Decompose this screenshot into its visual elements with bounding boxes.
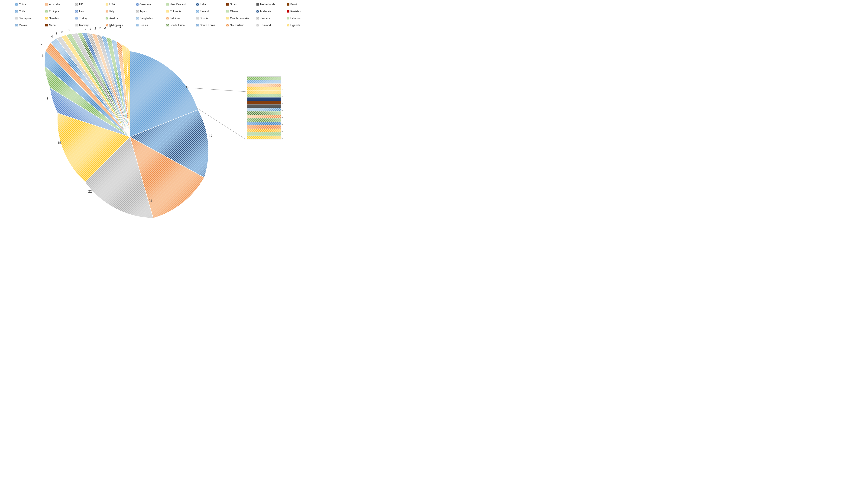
legend-label-malawi: Malawi (19, 24, 27, 27)
legend-label-bangladesh: Bangladesh (140, 17, 154, 20)
legend-label-norway: Norway (79, 24, 89, 27)
legend-label-nepal: Nepal (49, 24, 56, 27)
legend-label-spain: Spain (230, 3, 237, 6)
legend-swatch-philippines (105, 24, 108, 27)
legend-label-jamaica: Jamaica (260, 17, 271, 20)
legend-label-austria: Austria (109, 17, 118, 20)
legend-swatch-malawi (15, 24, 18, 27)
bar-row-12 (247, 115, 281, 118)
pie-label-australia: 24 (149, 199, 152, 202)
legend-swatch-japan (136, 10, 138, 12)
legend-swatch-bangladesh (136, 17, 138, 20)
legend-label-czechoslovakia: Czechoslovakia (230, 17, 249, 20)
legend-label-malaysia: Malaysia (260, 10, 271, 13)
pie-label-misc2-val: 2 (120, 25, 121, 28)
bar-row-1 (247, 76, 281, 80)
legend-label-belgium: Belgium (169, 17, 180, 20)
pie-label-bangladesh: 4 (51, 35, 53, 38)
legend-label-china: China (19, 3, 26, 6)
legend-label-southkorea: South Korea (200, 24, 215, 27)
legend-label-finland: Finland (200, 10, 209, 13)
legend-swatch-usa (105, 3, 108, 6)
pie-label-uk: 22 (88, 190, 92, 193)
pie-label-philippines: 6 (41, 43, 42, 46)
pie-label-india: 17 (209, 134, 213, 138)
bar-row-7 (247, 97, 281, 101)
pie-label-southafrica-val: 2 (85, 27, 86, 31)
legend-label-chile: Chile (19, 10, 25, 13)
bar-label-15: 1 (281, 126, 283, 129)
pie-label-belgium-val: 2 (99, 26, 101, 30)
pie-label-misc1-val: 2 (115, 25, 116, 29)
bar-row-17 (247, 132, 281, 136)
legend-swatch-belgium (166, 17, 169, 20)
bar-label-17: 1 (281, 133, 283, 135)
legend-label-brazil: Brazil (290, 3, 297, 6)
bar-label-6: 1 (281, 95, 283, 97)
legend-swatch-india (196, 3, 199, 6)
legend-swatch-jamaica (256, 17, 259, 20)
bar-row-5 (247, 91, 281, 94)
legend-swatch-thailand (256, 24, 259, 27)
bar-label-8: 1 (281, 102, 283, 104)
legend-label-netherlands: Netherlands (260, 3, 275, 6)
pie-label-newzealand: 3 (68, 28, 70, 32)
legend-label-uganda: Uganda (290, 24, 300, 27)
legend-swatch-czechoslovakia (226, 17, 229, 20)
legend-swatch-netherlands (256, 3, 259, 6)
legend-swatch-nepal (45, 24, 48, 27)
legend-label-colombia: Colombia (169, 10, 182, 13)
legend-swatch-china (15, 3, 18, 6)
pie-label-southkorea-val: 2 (90, 27, 91, 30)
legend-label-italy: Italy (109, 10, 115, 13)
legend-swatch-uk (75, 3, 78, 6)
legend-label-russia: Russia (140, 24, 148, 27)
bar-label-14: 1 (281, 123, 283, 125)
legend-swatch-bosnia (196, 17, 199, 20)
bar-row-8 (247, 101, 281, 104)
legend-label-southafrica: South Africa (169, 24, 185, 27)
bar-label-7: 1 (281, 98, 283, 101)
bar-row-2 (247, 80, 281, 84)
legend-label-pakistan: Pakistan (290, 10, 301, 13)
bar-row-10 (247, 108, 281, 111)
legend-label-thailand: Thailand (260, 24, 271, 27)
pie-label-japan: 3 (56, 32, 58, 35)
legend-swatch-norway (75, 24, 78, 27)
bar-row-18 (247, 136, 281, 139)
legend-swatch-southafrica (166, 24, 169, 27)
bar-row-6 (247, 94, 281, 97)
connector-bracket (244, 91, 244, 140)
bar-row-14 (247, 122, 281, 125)
bar-row-9 (247, 104, 281, 108)
legend-swatch-italy (105, 10, 108, 12)
bar-label-10: 1 (281, 109, 283, 111)
legend-swatch-spain (226, 3, 229, 6)
legend-label-ethiopia: Ethiopia (49, 10, 59, 13)
legend-swatch-chile (15, 10, 18, 12)
pie-label-austria: 8 (45, 72, 48, 76)
legend-swatch-turkey (75, 17, 78, 20)
legend-swatch-austria (105, 17, 108, 20)
bar-row-16 (247, 129, 281, 132)
pie-label-iran: 6 (42, 54, 43, 58)
legend-swatch-lebanon (287, 17, 289, 20)
legend-label-australia: Australia (49, 3, 60, 6)
legend-swatch-malaysia (256, 10, 259, 12)
bar-label-2: 1 (281, 81, 283, 83)
legend-swatch-ethiopia (45, 10, 48, 12)
bar-label-3: 1 (281, 85, 283, 87)
bar-label-5: 1 (281, 91, 283, 94)
pie-label-thailand-val: 2 (94, 27, 96, 30)
pie-label-sweden: 15 (58, 141, 61, 144)
legend-swatch-newzealand (166, 3, 169, 6)
chart-container: China Australia UK USA Germany New Zeala… (0, 0, 434, 242)
legend-swatch-brazil (287, 3, 289, 6)
bar-row-15 (247, 125, 281, 129)
legend-swatch-singapore (15, 17, 18, 20)
pie-label-norway: 3 (80, 27, 81, 31)
legend-swatch-australia (45, 3, 48, 6)
legend-swatch-sweden (45, 17, 48, 20)
bar-label-1: 1 (281, 77, 283, 80)
legend-label-india: India (200, 3, 206, 6)
